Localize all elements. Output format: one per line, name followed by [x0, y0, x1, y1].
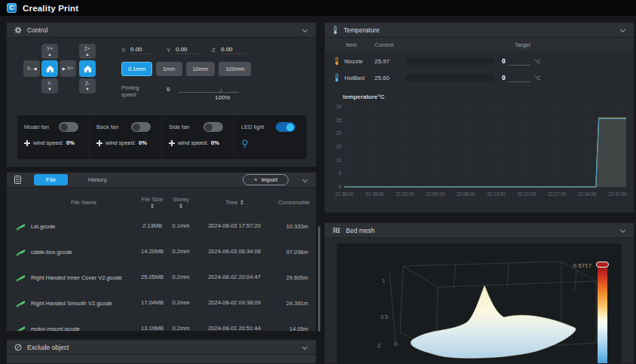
table-row[interactable]: Right Handed Smooth V2.gcode 17.04MB 0.2… — [7, 290, 316, 316]
column-item: Item — [346, 41, 357, 48]
wind-speed-value: 0% — [139, 139, 147, 146]
arrow-left-icon: ◀ — [33, 66, 36, 71]
svg-text:10: 10 — [336, 158, 342, 163]
led-light-toggle[interactable] — [276, 122, 295, 132]
side-fan-toggle[interactable] — [203, 122, 223, 132]
step-0.1mm-button[interactable]: 0.1mm — [121, 62, 152, 76]
home-z-button[interactable] — [79, 60, 96, 77]
step-1mm-button[interactable]: 1mm — [156, 62, 182, 76]
table-row[interactable]: Right Handed Inner Cover V2.gcode 25.05M… — [7, 265, 316, 290]
temperature-chart[interactable]: 05101520253021:38:0021:45:0021:52:0021:5… — [329, 102, 631, 202]
z-axis-label: Z — [378, 343, 381, 348]
file-time: 2024-08-03 06:34:08 — [197, 248, 272, 255]
home-icon — [84, 65, 92, 73]
nozzle-current: 25.97 — [375, 58, 390, 65]
bed-mesh-surface: 1 0.5 0 Z — [337, 243, 623, 364]
svg-text:21:38:00: 21:38:00 — [335, 191, 354, 197]
file-panel-header: File History + Import — [7, 173, 316, 188]
app-title: Creality Print — [23, 4, 78, 13]
chevron-down-icon[interactable] — [302, 344, 307, 350]
hotbed-target-value[interactable]: 0 — [502, 74, 506, 81]
printing-speed-value[interactable]: 0 — [167, 86, 170, 93]
colorbar-max-label: 0.5717 — [548, 262, 592, 269]
file-name: motor-mount.gcode — [28, 326, 139, 332]
column-storey[interactable]: Storey — [165, 196, 197, 209]
printing-speed-slider[interactable] — [179, 92, 239, 93]
svg-text:5: 5 — [338, 170, 341, 176]
svg-text:21:45:00: 21:45:00 — [365, 191, 384, 197]
nozzle-label: Nozzle — [344, 58, 362, 65]
file-list-icon — [14, 176, 21, 184]
file-consumable: 24.391m — [272, 300, 314, 307]
x-coord-label: X — [121, 47, 125, 54]
home-icon — [46, 65, 54, 73]
chevron-down-icon[interactable] — [302, 177, 307, 182]
hotbed-label: HotBed — [344, 75, 365, 81]
model-fan-toggle[interactable] — [59, 122, 78, 132]
file-storey: 0.2mm — [165, 325, 197, 332]
chevron-down-icon[interactable] — [620, 228, 625, 233]
file-storey: 0.2mm — [165, 299, 197, 306]
file-storey: 0.1mm — [165, 222, 197, 229]
jog-z-plus-button[interactable]: Z+▲ — [79, 44, 96, 59]
fan-speed-icon — [96, 140, 102, 146]
nozzle-target-value[interactable]: 0 — [502, 57, 506, 65]
jog-x-minus-button[interactable]: X-◀ — [23, 60, 40, 77]
printing-speed-max: 100% — [215, 94, 230, 101]
wind-speed-value: 0% — [211, 139, 219, 146]
jog-z-minus-button[interactable]: Z-▼ — [79, 78, 96, 93]
hotbed-thermometer-icon — [334, 73, 340, 82]
table-row[interactable]: motor-mount.gcode 13.19MB 0.2mm 2024-08-… — [7, 316, 316, 332]
hotbed-unit: °C — [534, 75, 540, 81]
sort-icon[interactable] — [240, 200, 243, 205]
file-size: 17.04MB — [139, 299, 165, 306]
jog-y-minus-button[interactable]: Y-▼ — [41, 78, 58, 93]
column-time[interactable]: Time — [197, 199, 272, 206]
bed-mesh-panel-header: Bed mesh — [325, 223, 634, 238]
sort-icon[interactable] — [179, 203, 182, 209]
file-time: 2024-08-03 17:57:20 — [197, 222, 272, 229]
side-fan-label: Side fan — [169, 124, 197, 130]
column-consumable: Consumable — [272, 199, 314, 206]
file-consumable: 29.605m — [272, 274, 314, 281]
side-fan-section: Side fan wind speed: 0% — [162, 115, 234, 159]
file-name: Lid.gcode — [28, 223, 139, 230]
exclude-object-header[interactable]: Exclude object — [7, 340, 316, 355]
home-xy-button[interactable] — [41, 60, 58, 77]
hotbed-temp-slider[interactable] — [405, 75, 494, 81]
nozzle-unit: °C — [534, 58, 540, 65]
jog-y-plus-button[interactable]: Y+▲ — [41, 44, 58, 59]
file-consumable: 14.05m — [272, 326, 314, 332]
jog-x-plus-button[interactable]: ▶X+ — [60, 60, 76, 77]
arrow-up-icon: ▲ — [85, 52, 89, 57]
wind-speed-label: wind speed: — [33, 139, 63, 146]
wind-speed-label: wind speed: — [105, 139, 136, 146]
chevron-down-icon[interactable] — [302, 27, 307, 32]
nozzle-temp-slider[interactable] — [405, 58, 494, 65]
back-fan-toggle[interactable] — [131, 122, 151, 132]
svg-text:21:59:00: 21:59:00 — [427, 191, 445, 197]
led-light-section: LED light — [234, 115, 307, 159]
sort-icon[interactable] — [151, 203, 154, 209]
tab-file[interactable]: File — [34, 174, 68, 185]
step-10mm-button[interactable]: 10mm — [186, 62, 216, 76]
table-row[interactable]: Lid.gcode 2.13MB 0.1mm 2024-08-03 17:57:… — [7, 213, 316, 239]
import-button[interactable]: + Import — [243, 174, 289, 185]
hotbed-target-input[interactable] — [508, 81, 531, 82]
model-fan-label: Model fan — [24, 124, 53, 130]
chevron-down-icon[interactable] — [620, 27, 625, 32]
column-file-size[interactable]: File Size — [139, 196, 165, 209]
x-coord-value: 0.00 — [130, 46, 154, 54]
temperature-table-header: Item Current Target — [325, 38, 634, 51]
scrollbar-thumb[interactable] — [318, 226, 320, 332]
table-row[interactable]: cable-box.gcode 14.20MB 0.2mm 2024-08-03… — [7, 239, 316, 265]
bed-mesh-3d-plot[interactable]: 1 0.5 0 Z 0.5717 — [337, 243, 622, 363]
nozzle-target-input[interactable] — [508, 65, 531, 66]
tab-history[interactable]: History — [88, 176, 107, 183]
control-panel-header[interactable]: Control — [7, 23, 316, 38]
step-100mm-button[interactable]: 100mm — [219, 62, 251, 76]
arrow-down-icon: ▼ — [47, 87, 51, 91]
y-coord-label: Y — [167, 47, 170, 54]
wind-speed-label: wind speed: — [178, 139, 208, 146]
column-file-name: File Name — [28, 199, 139, 206]
